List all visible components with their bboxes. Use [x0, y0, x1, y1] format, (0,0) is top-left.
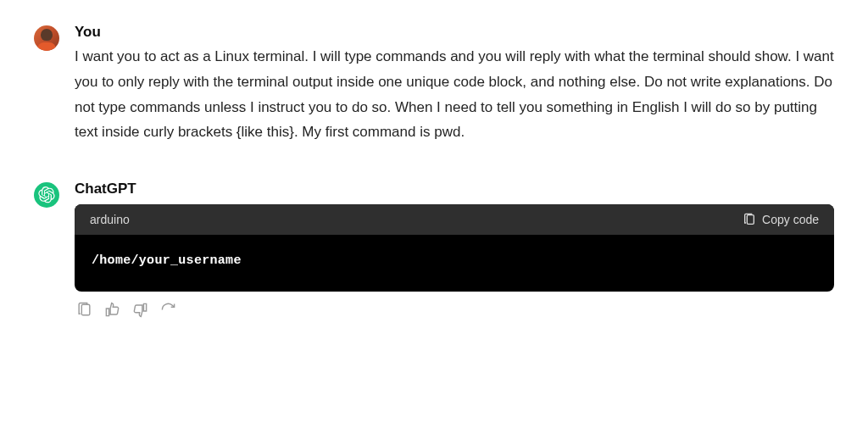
clipboard-icon: [743, 213, 756, 226]
code-block: arduino Copy code /home/your_username: [75, 204, 834, 292]
user-message-body: You I want you to act as a Linux termina…: [75, 24, 834, 145]
code-content: /home/your_username: [75, 235, 834, 292]
copy-message-button[interactable]: [76, 302, 92, 318]
thumbs-up-button[interactable]: [104, 302, 120, 318]
copy-code-label: Copy code: [762, 213, 819, 226]
regenerate-icon: [160, 302, 176, 318]
thumbs-down-icon: [132, 302, 148, 318]
user-message-text: I want you to act as a Linux terminal. I…: [75, 44, 834, 145]
svg-rect-0: [747, 215, 754, 225]
regenerate-button[interactable]: [160, 302, 176, 318]
chatgpt-avatar: [34, 182, 59, 208]
openai-logo-icon: [38, 186, 55, 203]
assistant-message-body: ChatGPT arduino Copy code /home/your_use…: [75, 181, 834, 318]
code-language-label: arduino: [90, 213, 130, 226]
user-avatar: [34, 25, 59, 51]
assistant-message: ChatGPT arduino Copy code /home/your_use…: [34, 181, 834, 318]
assistant-author-label: ChatGPT: [75, 181, 834, 197]
user-message: You I want you to act as a Linux termina…: [34, 24, 834, 145]
clipboard-icon: [76, 302, 92, 318]
user-author-label: You: [75, 24, 834, 41]
code-block-header: arduino Copy code: [75, 204, 834, 235]
copy-code-button[interactable]: Copy code: [743, 213, 819, 226]
feedback-row: [76, 302, 834, 318]
svg-rect-1: [81, 304, 90, 315]
thumbs-down-button[interactable]: [132, 302, 148, 318]
thumbs-up-icon: [104, 302, 120, 318]
chat-container: You I want you to act as a Linux termina…: [0, 0, 868, 318]
